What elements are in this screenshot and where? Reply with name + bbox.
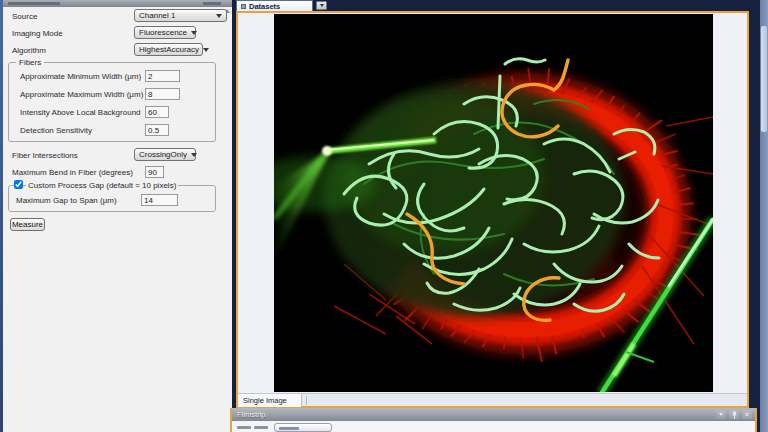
max-bend-label: Maximum Bend in Fiber (degrees) — [12, 168, 133, 177]
custom-gap-label: Custom Process Gap (default = 10 pixels) — [26, 181, 178, 190]
gap-span-input[interactable] — [141, 194, 178, 206]
custom-gap-checkbox[interactable] — [14, 180, 23, 189]
chevron-down-icon — [719, 413, 723, 416]
tab-options-button[interactable] — [316, 1, 327, 10]
filmstrip-toolbar — [232, 421, 755, 432]
filmstrip-label-smudge — [254, 426, 268, 429]
fluorescence-image-svg — [274, 14, 713, 392]
source-dropdown-value: Channel 1 — [139, 11, 175, 20]
algorithm-dropdown[interactable]: HighestAccuracy — [134, 43, 203, 56]
sensitivity-label: Detection Sensitivity — [20, 126, 92, 135]
gap-span-label: Maximum Gap to Span (µm) — [16, 196, 117, 205]
filmstrip-label-smudge — [237, 426, 251, 429]
filmstrip-dock: Filmstrip ✕ — [230, 408, 757, 432]
chevron-down-icon — [191, 31, 197, 35]
tab-single-image-label: Single Image — [243, 396, 287, 405]
pin-icon — [731, 411, 738, 419]
max-width-input[interactable] — [145, 88, 180, 100]
chevron-down-icon — [320, 4, 324, 7]
dataset-view-container: Single Image — [236, 11, 749, 408]
filmstrip-close-button[interactable]: ✕ — [742, 410, 752, 419]
filmstrip-header[interactable]: Filmstrip ✕ — [232, 408, 755, 421]
app-window: Source Channel 1 Imaging Mode Fluorescen… — [0, 0, 768, 432]
measure-button[interactable]: Measure — [10, 218, 45, 231]
tab-separator — [306, 396, 307, 405]
tab-datasets-label: Datasets — [249, 2, 280, 11]
tab-single-image[interactable]: Single Image — [238, 394, 302, 407]
scrollbar-thumb[interactable] — [761, 26, 767, 132]
algorithm-dropdown-value: HighestAccuracy — [139, 45, 199, 54]
intersections-dropdown-value: CrossingOnly — [139, 150, 187, 159]
filmstrip-pin-button[interactable] — [729, 410, 739, 419]
max-width-label: Approximate Maximum Width (µm) — [20, 90, 143, 99]
max-bend-input[interactable] — [145, 166, 164, 178]
min-width-label: Approximate Minimum Width (µm) — [20, 72, 141, 81]
imaging-mode-dropdown-value: Fluorescence — [139, 28, 187, 37]
panel-titlebar[interactable] — [3, 0, 232, 7]
tab-datasets[interactable]: Datasets — [236, 0, 313, 11]
panel-title-text-smudge — [8, 2, 60, 5]
source-label: Source — [12, 12, 37, 21]
intensity-label: Intensity Above Local Background — [20, 108, 141, 117]
sensitivity-input[interactable] — [145, 124, 169, 136]
fiber-tracing-panel: Source Channel 1 Imaging Mode Fluorescen… — [3, 0, 232, 432]
fibers-group-title: Fibers — [16, 58, 44, 67]
filmstrip-title: Filmstrip — [237, 410, 265, 419]
filmstrip-dropdown[interactable] — [274, 423, 332, 432]
close-icon: ✕ — [744, 411, 750, 418]
min-width-input[interactable] — [145, 70, 180, 82]
chevron-down-icon — [203, 48, 209, 52]
intersections-label: Fiber Intersections — [12, 151, 78, 160]
imaging-mode-label: Imaging Mode — [12, 29, 63, 38]
source-dropdown[interactable]: Channel 1 — [134, 9, 227, 22]
chevron-down-icon — [216, 14, 222, 18]
panel-titlebar-buttons-smudge — [203, 2, 221, 5]
vertical-scrollbar[interactable] — [760, 0, 768, 432]
view-mode-tabstrip: Single Image — [238, 393, 747, 406]
microscopy-image[interactable] — [274, 14, 713, 392]
filmstrip-dropdown-smudge — [279, 427, 299, 430]
imaging-mode-dropdown[interactable]: Fluorescence — [134, 26, 196, 39]
chevron-down-icon — [191, 153, 197, 157]
intensity-input[interactable] — [145, 106, 169, 118]
image-canvas[interactable] — [238, 13, 747, 393]
dataset-icon — [241, 4, 246, 9]
intersections-dropdown[interactable]: CrossingOnly — [134, 148, 196, 161]
algorithm-label: Algorithm — [12, 46, 46, 55]
filmstrip-menu-button[interactable] — [716, 410, 726, 419]
